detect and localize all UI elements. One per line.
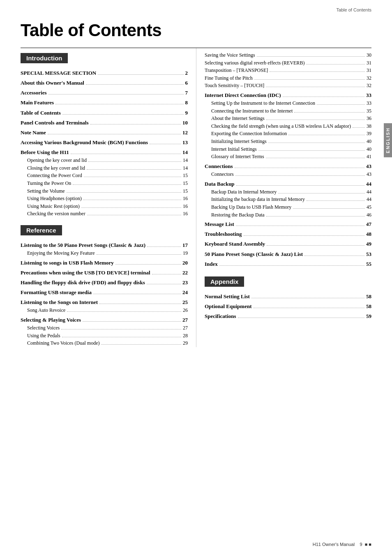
entry-dots [306, 64, 365, 64]
entry-title: Closing the key cover and lid [27, 164, 85, 172]
entry-dots [62, 114, 184, 115]
toc-entry: Connecting the Power Cord15 [21, 172, 188, 180]
entry-title: Selecting various digital reverb effects… [205, 59, 304, 67]
entry-page: 2 [185, 69, 188, 77]
entry-dots [84, 177, 181, 177]
entry-page: 7 [185, 89, 188, 97]
entry-page: 36 [367, 115, 371, 122]
toc-entry: Fine Tuning of the Pitch32 [205, 74, 371, 82]
entry-page: 10 [182, 119, 188, 127]
entry-dots [98, 74, 183, 75]
entry-title: Before Using the H11 [21, 148, 69, 157]
toc-entry: About this Owner's Manual6 [21, 79, 188, 87]
toc-entry: Optional Equipment58 [205, 302, 371, 311]
entry-title: Setting the Volume [27, 187, 65, 195]
entry-page: 22 [182, 269, 188, 277]
appendix-section: Appendix Normal Setting List58Optional E… [205, 275, 371, 320]
entry-dots [150, 144, 181, 144]
introduction-entries: SPECIAL MESSAGE SECTION2About this Owner… [21, 69, 188, 218]
entry-title: Using Headphones (option) [27, 195, 82, 203]
entry-title: Troubleshooting [205, 230, 242, 238]
entry-page: 40 [367, 145, 371, 153]
entry-dots [73, 184, 181, 185]
entry-dots [87, 215, 181, 215]
entry-title: Touch Sensitivity – [TOUCH] [205, 82, 264, 90]
entry-title: Enjoying the Moving Key Feature [27, 249, 95, 257]
entry-page: 17 [182, 241, 188, 249]
introduction-header: Introduction [21, 53, 68, 63]
entry-dots [86, 84, 184, 85]
entry-page: 6 [185, 79, 188, 87]
entry-dots [71, 154, 181, 154]
entry-title: Main Features [21, 99, 54, 107]
entry-dots [88, 161, 181, 162]
entry-title: Backup Data in Internal Memory [211, 188, 277, 196]
entry-page: 30 [367, 51, 371, 59]
entry-title: Specifications [205, 312, 236, 320]
entry-dots [67, 311, 181, 312]
entry-dots [254, 79, 365, 80]
entry-dots [83, 321, 181, 322]
entry-title: About the Internet Settings [211, 115, 265, 122]
toc-entry: Precautions when using the USB [TO DEVIC… [21, 269, 188, 277]
entry-dots [235, 168, 364, 168]
entry-title: Turning the Power On [27, 180, 71, 187]
toc-entry: Troubleshooting48 [205, 230, 371, 238]
top-right-label: Table of Contents [336, 7, 371, 12]
entry-page: 40 [367, 138, 371, 145]
entry-dots [97, 254, 181, 255]
toc-entry: Setting the Volume15 [21, 187, 188, 195]
entry-title: Opening the key cover and lid [27, 157, 87, 164]
entry-title: Optional Equipment [205, 302, 252, 311]
entry-title: About this Owner's Manual [21, 79, 84, 87]
entry-dots [244, 235, 364, 236]
toc-entry: Internet Direct Connection (IDC)33 [205, 91, 371, 99]
entry-dots [270, 71, 365, 72]
entry-page: 33 [366, 91, 371, 99]
entry-page: 31 [367, 59, 371, 67]
entry-title: Connecting the Instrument to the Interne… [211, 107, 293, 115]
main-content: Introduction SPECIAL MESSAGE SECTION2Abo… [21, 48, 371, 347]
entry-title: Note Name [21, 129, 46, 137]
entry-page: 9 [185, 109, 188, 117]
toc-entry: Before Using the H1114 [21, 148, 188, 157]
entry-title: Using the Pedals [27, 332, 60, 340]
entry-dots [283, 97, 364, 97]
entry-page: 43 [366, 162, 371, 170]
entry-title: Internet Initial Settings [211, 145, 257, 153]
toc-entry: Listening to the 50 Piano Preset Songs (… [21, 241, 188, 249]
toc-entry: Restoring the Backup Data46 [205, 211, 371, 219]
toc-entry: About the Internet Settings36 [205, 115, 371, 122]
toc-entry: Turning the Power On15 [21, 180, 188, 187]
entry-page: 43 [367, 170, 371, 178]
entry-dots [55, 104, 184, 104]
entry-dots [293, 208, 365, 209]
entry-page: 41 [367, 153, 371, 161]
entry-page: 28 [183, 332, 188, 340]
toc-entry: Connections43 [205, 162, 371, 170]
entry-dots [288, 135, 365, 135]
entry-page: 13 [182, 138, 188, 147]
entry-page: 26 [183, 306, 188, 314]
entry-dots [219, 265, 364, 266]
entry-page: 16 [183, 195, 188, 203]
entry-title: Exporting the Connection Information [211, 130, 287, 138]
entry-page: 14 [182, 148, 188, 157]
entry-dots [254, 308, 364, 308]
entry-page: 47 [366, 220, 371, 228]
entry-title: Glossary of Internet Terms [211, 153, 264, 161]
entry-page: 23 [182, 279, 188, 287]
toc-entry: Using Headphones (option)16 [21, 195, 188, 203]
entry-dots [307, 200, 365, 201]
entry-title: Handling the floppy disk drive (FDD) and… [21, 279, 145, 287]
entry-dots [93, 294, 181, 294]
entry-page: 32 [367, 82, 371, 90]
entry-title: Connections [205, 162, 233, 170]
entry-dots [353, 127, 365, 128]
entry-title: Song Auto Revoice [27, 306, 65, 314]
entry-title: Connecting the Power Cord [27, 172, 82, 180]
appendix-header: Appendix [205, 276, 244, 287]
entry-title: Index [205, 260, 218, 268]
toc-entry: Note Name12 [21, 129, 188, 137]
entry-title: Initializing the backup data in Internal… [211, 196, 305, 203]
